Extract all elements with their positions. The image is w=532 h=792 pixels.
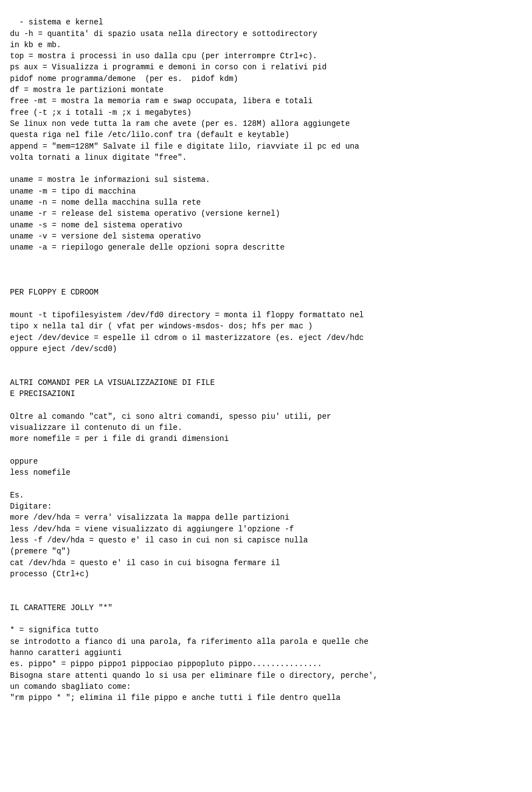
main-content: - sistema e kernel du -h = quantita' di …: [0, 0, 532, 709]
body-text: - sistema e kernel du -h = quantita' di …: [10, 18, 378, 702]
